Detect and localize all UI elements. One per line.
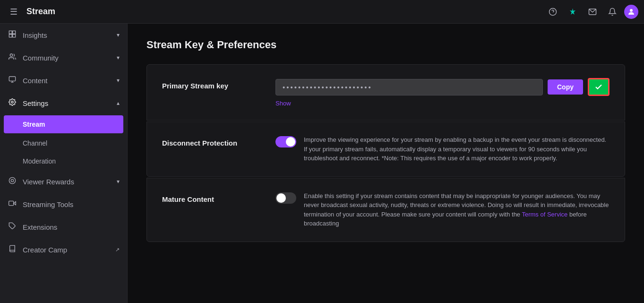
svg-marker-15 — [14, 202, 16, 205]
svg-point-8 — [10, 54, 12, 56]
svg-point-12 — [11, 101, 13, 103]
sidebar-item-community-left: Community — [8, 53, 59, 62]
channel-sub-label: Channel — [23, 139, 47, 147]
content-label: Content — [23, 77, 48, 85]
sidebar-sub-item-channel[interactable]: Channel — [0, 134, 127, 152]
mature-content-row: Mature Content Enable this setting if yo… — [162, 191, 610, 228]
creator-camp-label: Creator Camp — [23, 246, 67, 254]
check-icon — [594, 83, 603, 91]
sidebar-sub-item-moderation[interactable]: Moderation — [0, 152, 127, 170]
notifications-button[interactable] — [604, 4, 620, 20]
sidebar-item-content-left: Content — [8, 76, 48, 85]
sidebar-item-streaming-tools[interactable]: Streaming Tools — [0, 193, 127, 216]
terms-of-service-link[interactable]: Terms of Service — [522, 211, 567, 218]
svg-rect-4 — [9, 31, 12, 34]
copy-button[interactable]: Copy — [548, 79, 583, 95]
streaming-tools-label: Streaming Tools — [23, 200, 73, 208]
top-navigation: ☰ Stream — [0, 0, 644, 24]
sidebar-item-viewer-rewards[interactable]: Viewer Rewards ▾ — [0, 170, 127, 193]
sidebar-item-content[interactable]: Content ▾ — [0, 69, 127, 92]
mature-content-description: Enable this setting if your stream conta… — [304, 191, 610, 228]
insights-chevron: ▾ — [117, 32, 120, 38]
disconnect-protection-label: Disconnect Protection — [162, 135, 266, 147]
sidebar-item-settings-left: Settings — [8, 98, 48, 108]
community-icon — [8, 53, 17, 62]
content-chevron: ▾ — [117, 77, 120, 84]
mail-button[interactable] — [584, 4, 601, 20]
sidebar-item-extensions[interactable]: Extensions — [0, 216, 127, 238]
content-area: Stream Key & Preferences Primary Stream … — [128, 24, 644, 303]
creator-camp-icon — [8, 245, 17, 254]
main-layout: Insights ▾ Community ▾ — [0, 24, 644, 303]
sidebar-item-insights[interactable]: Insights ▾ — [0, 24, 127, 46]
svg-point-3 — [630, 9, 633, 12]
primary-stream-key-content: Copy Show — [275, 78, 610, 107]
svg-point-13 — [9, 177, 15, 183]
sidebar-item-settings[interactable]: Settings ▴ — [0, 92, 127, 114]
mature-content-content: Enable this setting if your stream conta… — [275, 191, 610, 228]
stream-key-input-row: Copy — [275, 78, 610, 96]
extensions-icon — [8, 222, 17, 232]
sparks-icon — [568, 8, 577, 16]
mature-toggle-container: Enable this setting if your stream conta… — [275, 191, 610, 228]
svg-rect-7 — [13, 35, 16, 37]
sidebar-item-creator-camp[interactable]: Creator Camp ↗ — [0, 238, 127, 261]
brand-name: Stream — [26, 7, 55, 17]
disconnect-toggle-knob — [286, 137, 295, 147]
bell-icon — [608, 8, 617, 16]
hamburger-button[interactable]: ☰ — [6, 4, 22, 20]
svg-point-14 — [11, 179, 13, 182]
stream-sub-label: Stream — [23, 121, 45, 128]
community-label: Community — [23, 54, 59, 62]
content-icon — [8, 76, 17, 85]
mature-toggle-knob — [276, 193, 286, 203]
page-title: Stream Key & Preferences — [146, 39, 625, 51]
show-link[interactable]: Show — [275, 100, 291, 107]
sidebar-item-insights-left: Insights — [8, 30, 47, 40]
help-button[interactable] — [545, 4, 561, 20]
settings-icon — [8, 98, 17, 108]
mature-content-toggle[interactable] — [275, 192, 296, 204]
svg-rect-16 — [9, 201, 14, 205]
viewer-rewards-label: Viewer Rewards — [23, 178, 74, 186]
topnav-left: ☰ Stream — [6, 4, 545, 20]
creator-camp-external-icon: ↗ — [115, 247, 120, 253]
viewer-rewards-chevron: ▾ — [117, 178, 120, 185]
mail-icon — [588, 8, 597, 16]
sidebar-item-extensions-left: Extensions — [8, 222, 57, 232]
viewer-rewards-icon — [8, 177, 17, 186]
sparks-button[interactable] — [565, 4, 581, 20]
extensions-label: Extensions — [23, 223, 57, 231]
check-button[interactable] — [588, 78, 610, 96]
topnav-right — [545, 4, 638, 20]
settings-label: Settings — [23, 99, 48, 107]
disconnect-toggle-container: Improve the viewing experience for your … — [275, 135, 610, 163]
avatar-button[interactable] — [624, 5, 638, 19]
streaming-tools-icon — [8, 199, 17, 209]
hamburger-icon: ☰ — [10, 7, 17, 17]
insights-label: Insights — [23, 31, 47, 39]
sidebar: Insights ▾ Community ▾ — [0, 24, 128, 303]
sidebar-item-community[interactable]: Community ▾ — [0, 46, 127, 69]
disconnect-protection-row: Disconnect Protection Improve the viewin… — [162, 135, 610, 163]
stream-key-row: Primary Stream key Copy Show — [162, 78, 610, 107]
svg-rect-5 — [13, 31, 16, 34]
sidebar-sub-item-stream[interactable]: Stream — [4, 115, 123, 133]
svg-rect-6 — [9, 35, 12, 37]
disconnect-toggle[interactable] — [275, 136, 296, 147]
primary-stream-key-label: Primary Stream key — [162, 78, 266, 90]
avatar-icon — [627, 8, 635, 16]
disconnect-protection-description: Improve the viewing experience for your … — [304, 135, 610, 163]
sidebar-item-viewer-rewards-left: Viewer Rewards — [8, 177, 74, 186]
disconnect-protection-card: Disconnect Protection Improve the viewin… — [146, 121, 625, 177]
sidebar-item-creator-camp-left: Creator Camp — [8, 245, 67, 254]
moderation-sub-label: Moderation — [23, 157, 56, 165]
mature-content-label: Mature Content — [162, 191, 266, 203]
disconnect-protection-content: Improve the viewing experience for your … — [275, 135, 610, 163]
stream-key-input[interactable] — [275, 79, 543, 95]
settings-chevron: ▴ — [117, 100, 120, 106]
community-chevron: ▾ — [117, 54, 120, 61]
stream-key-card: Primary Stream key Copy Show — [146, 64, 625, 121]
mature-content-card: Mature Content Enable this setting if yo… — [146, 178, 625, 242]
insights-icon — [8, 30, 17, 40]
